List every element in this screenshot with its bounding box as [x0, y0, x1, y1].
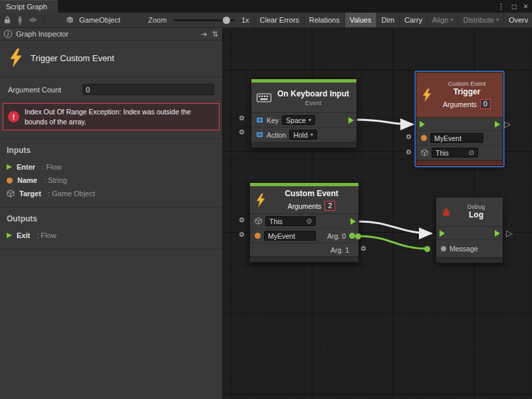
- arg1-row: Arg. 1: [250, 243, 358, 257]
- values-button[interactable]: Values: [344, 13, 376, 28]
- target-value: This: [269, 217, 283, 225]
- message-input-port[interactable]: [441, 246, 446, 251]
- button-label: Dim: [382, 16, 395, 24]
- key-row: Key Space▾: [251, 113, 356, 128]
- argument-count-label: Argument Count: [8, 86, 82, 94]
- distribute-button[interactable]: Distribute▾: [458, 13, 503, 28]
- outputs-header: Outputs: [0, 213, 222, 229]
- lightning-icon: [422, 88, 432, 102]
- zoom-slider-handle[interactable]: [223, 17, 230, 24]
- action-dropdown[interactable]: Hold▾: [289, 130, 317, 140]
- overview-button[interactable]: Overv: [503, 13, 532, 28]
- zoom-value: 1x: [239, 16, 252, 24]
- node-footer: [436, 257, 503, 263]
- arg0-output-port[interactable]: [349, 233, 355, 239]
- flow-output-port[interactable]: [495, 121, 500, 128]
- node-header: Debug Log: [436, 198, 503, 227]
- menu-icon[interactable]: ⋮: [497, 3, 505, 11]
- toolbar-divider: [43, 15, 44, 25]
- zoom-slider[interactable]: [174, 19, 235, 21]
- tab-title: Script Graph: [6, 3, 47, 11]
- string-port-icon[interactable]: [255, 233, 261, 239]
- target-picker-icon[interactable]: ⊙: [469, 150, 474, 156]
- info-icon[interactable]: i: [19, 16, 21, 25]
- event-name-field[interactable]: MyEvent: [430, 133, 483, 143]
- node-title: Log: [455, 210, 497, 220]
- selected-node-title-block: Trigger Custom Event: [0, 41, 222, 77]
- panel-header-icons: ⇥ ⇅: [201, 30, 218, 39]
- error-text: Index Out Of Range Exception: Index was …: [25, 107, 213, 126]
- flow-row: [416, 118, 503, 131]
- input-port-ring[interactable]: [406, 150, 411, 154]
- input-port-ring[interactable]: [239, 116, 244, 120]
- maximize-icon[interactable]: □: [512, 3, 517, 11]
- info-icon: i: [4, 30, 12, 38]
- error-icon-glyph: !: [13, 113, 15, 121]
- node-trigger-custom-event[interactable]: Custom Event Trigger Arguments0 MyEvent …: [416, 72, 503, 166]
- target-dropdown[interactable]: This⊙: [432, 148, 478, 158]
- target-dropdown[interactable]: This⊙: [265, 216, 316, 226]
- dim-button[interactable]: Dim: [376, 13, 400, 28]
- play-indicator[interactable]: ▷: [504, 120, 511, 128]
- target-row: This⊙: [416, 146, 503, 160]
- arg1-label: Arg. 1: [331, 246, 349, 254]
- node-kind: Debug: [455, 203, 497, 210]
- flow-output-port[interactable]: [350, 218, 356, 225]
- message-label: Message: [450, 245, 478, 253]
- input-port-ring[interactable]: [239, 130, 244, 134]
- tab-script-graph[interactable]: Script Graph: [0, 0, 58, 13]
- align-button[interactable]: Align▾: [427, 13, 458, 28]
- node-debug-log[interactable]: Debug Log Message: [436, 197, 503, 263]
- node-title: Custom Event: [270, 189, 353, 199]
- flow-output-port[interactable]: [495, 230, 500, 237]
- arguments-count-badge[interactable]: 2: [325, 201, 335, 211]
- button-label: Overv: [509, 16, 528, 24]
- window-controls: ⋮ □ ×: [497, 0, 528, 13]
- flow-input-port[interactable]: [440, 230, 445, 237]
- cube-icon: [7, 190, 15, 198]
- target-row: This⊙: [250, 214, 358, 229]
- updown-icon[interactable]: ⇅: [212, 30, 218, 39]
- port-name: Name: [17, 176, 37, 184]
- inputs-section: Inputs Enter : Flow Name : String Target…: [0, 139, 222, 207]
- bug-icon: [442, 207, 451, 217]
- relations-button[interactable]: Relations: [304, 13, 344, 28]
- target-picker-icon[interactable]: ⊙: [307, 218, 312, 225]
- clear-errors-button[interactable]: Clear Errors: [255, 13, 304, 28]
- gameobject-selector[interactable]: GameObject: [66, 16, 123, 24]
- event-name-row: MyEvent: [416, 131, 503, 146]
- wire-customevent-to-log: [359, 221, 431, 233]
- port-type: : Game Object: [46, 190, 95, 198]
- code-icon[interactable]: </>: [25, 13, 40, 28]
- flow-input-port[interactable]: [420, 121, 425, 128]
- close-icon[interactable]: ×: [523, 3, 528, 11]
- node-on-keyboard-input[interactable]: On Keyboard Input Event Key Space▾ Actio…: [251, 78, 357, 148]
- input-port-ring[interactable]: [239, 232, 244, 237]
- flow-port-icon: [7, 164, 12, 170]
- node-custom-event[interactable]: Custom Event Arguments2 This⊙ MyEvent Ar…: [249, 182, 359, 263]
- chevron-down-icon: ▾: [450, 17, 453, 23]
- string-port-icon[interactable]: [421, 135, 427, 141]
- arg1-port-ring[interactable]: [361, 246, 366, 251]
- node-header: Custom Event Arguments2: [250, 186, 358, 214]
- gameobject-label: GameObject: [76, 16, 123, 24]
- action-row: Action Hold▾: [251, 128, 356, 142]
- dock-icon[interactable]: ⇥: [201, 30, 207, 39]
- flow-output-port[interactable]: [348, 117, 354, 124]
- graph-toolbar: i </> GameObject Zoom 1x Clear Errors Re…: [0, 13, 532, 28]
- info-icon-glyph: i: [19, 17, 21, 23]
- port-type: : Flow: [40, 163, 61, 171]
- input-port-ring[interactable]: [406, 134, 411, 139]
- target-value: This: [436, 149, 449, 157]
- carry-button[interactable]: Carry: [399, 13, 427, 28]
- argument-count-input[interactable]: [82, 84, 214, 95]
- key-dropdown[interactable]: Space▾: [282, 115, 315, 125]
- arguments-count-badge[interactable]: 0: [480, 99, 491, 109]
- input-port-ring[interactable]: [239, 217, 244, 222]
- lock-icon[interactable]: [0, 13, 15, 28]
- toolbar-buttons: Clear Errors Relations Values Dim Carry …: [255, 13, 532, 28]
- graph-canvas[interactable]: On Keyboard Input Event Key Space▾ Actio…: [223, 28, 532, 399]
- node-title: On Keyboard Input: [275, 89, 351, 99]
- event-name-field[interactable]: MyEvent: [264, 231, 316, 241]
- play-indicator[interactable]: ▷: [506, 229, 513, 237]
